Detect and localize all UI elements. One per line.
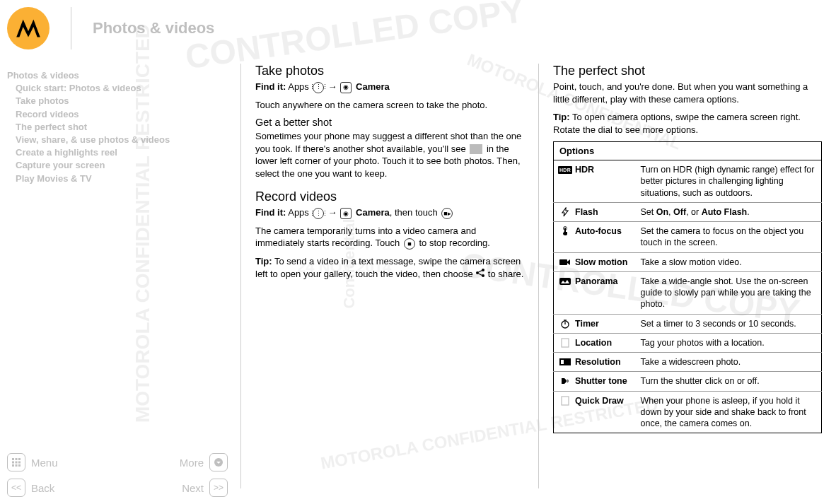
svg-point-11 [482,269,484,271]
chevron-down-circle-icon [209,453,228,471]
option-description: Take a widescreen photo. [635,353,822,372]
option-description: Tag your photos with a location. [635,333,822,352]
stop-icon: ■ [404,238,415,250]
timer-icon [559,319,571,329]
take-photos-heading: Take photos [255,64,524,78]
findit-label: Find it: [255,81,286,92]
svg-rect-24 [562,397,569,405]
motorola-logo-icon [13,13,43,43]
record-findit: Find it: Apps ⋮⋮⋮→◉ Camera, then touch ■… [255,206,524,219]
toc-item-capture[interactable]: Capture your screen [7,159,228,172]
table-of-contents: Photos & videos Quick start: Photos & vi… [7,69,228,185]
table-row: Slow motionTake a slow motion video. [554,252,822,271]
next-label: Next [182,482,204,494]
left-panel: Photos & videos Photos & videos Quick st… [0,0,240,504]
pano-icon [559,276,571,286]
option-label: Slow motion [559,257,629,268]
logo-row: Photos & videos [7,7,228,49]
table-row: Shutter toneTurn the shutter click on or… [554,372,822,391]
option-description: Set a timer to 3 seconds or 10 seconds. [635,314,822,333]
table-row: FlashSet On, Off, or Auto Flash. [554,202,822,221]
perfect-shot-heading: The perfect shot [553,64,822,78]
videocam-icon: ■▸ [441,208,453,219]
more-label: More [180,457,204,469]
svg-rect-23 [561,360,564,364]
content-column-2: The perfect shot Point, touch, and you'r… [539,0,836,504]
table-row: LocationTag your photos with a location. [554,333,822,352]
arrow-icon: → [327,81,337,92]
option-label: Quick Draw [559,395,629,406]
menu-grid-icon [7,453,25,471]
back-button[interactable]: << Back [7,479,115,497]
svg-rect-21 [562,339,569,347]
option-label: Panorama [559,276,629,287]
page-header-title: Photos & videos [71,7,214,49]
svg-rect-6 [12,464,14,467]
back-label: Back [31,482,54,494]
toc-item-take-photos[interactable]: Take photos [7,95,228,107]
record-tip: Tip: To send a video in a text message, … [255,255,524,281]
option-description: Take a slow motion video. [635,252,822,271]
location-icon [559,338,571,348]
svg-rect-16 [559,259,567,265]
toc-root[interactable]: Photos & videos [7,69,228,82]
svg-point-12 [482,274,484,277]
table-row: HDRHDRTurn on HDR (high dynamic range) e… [554,160,822,203]
toc-item-view-share[interactable]: View, share, & use photos & videos [7,134,228,146]
options-header: Options [554,142,822,160]
more-button[interactable]: More [120,453,228,471]
camera-icon: ◉ [340,208,352,219]
option-label: Shutter tone [559,375,629,387]
option-label: Resolution [559,356,629,368]
quickdraw-icon [559,396,571,406]
content-column-1: Take photos Find it: Apps ⋮⋮⋮→◉ Camera T… [241,0,538,504]
svg-rect-2 [18,458,21,460]
option-label: Location [559,337,629,348]
svg-line-13 [479,270,482,272]
menu-label: Menu [31,457,58,469]
svg-rect-17 [559,278,571,285]
menu-button[interactable]: Menu [7,453,115,471]
svg-rect-3 [12,462,14,464]
slowmo-icon [559,257,571,267]
svg-rect-7 [16,464,18,467]
toc-item-perfect-shot[interactable]: The perfect shot [7,121,228,134]
toc-item-highlights[interactable]: Create a highlights reel [7,146,228,159]
next-button[interactable]: Next >> [120,479,228,497]
option-label: HDRHDR [559,164,629,175]
table-row: PanoramaTake a wide-angle shot. Use the … [554,271,822,314]
apps-grid-icon: ⋮⋮⋮ [313,208,324,219]
option-description: Turn the shutter click on or off. [635,372,822,391]
camera-icon: ◉ [340,82,352,93]
option-description: When your phone is asleep, if you hold i… [635,391,822,433]
option-label: Flash [559,206,629,218]
option-description: Turn on HDR (high dynamic range) effect … [635,160,822,203]
better-shot-body: Sometimes your phone may suggest a diffe… [255,130,524,180]
share-icon [475,268,485,281]
table-row: ResolutionTake a widescreen photo. [554,353,822,372]
chevron-left-icon: << [7,479,25,497]
toc-item-record-videos[interactable]: Record videos [7,108,228,121]
shutter-icon [559,376,571,386]
option-description: Set On, Off, or Auto Flash. [635,202,822,221]
option-label: Auto-focus [559,225,629,237]
take-photos-body: Touch anywhere on the camera screen to t… [255,99,524,112]
record-body: The camera temporarily turns into a vide… [255,225,524,250]
table-row: TimerSet a timer to 3 seconds or 10 seco… [554,314,822,333]
touch-icon [559,226,571,236]
svg-line-14 [479,274,482,276]
perfect-shot-intro: Point, touch, and you're done. But when … [553,81,822,105]
options-table: Options HDRHDRTurn on HDR (high dynamic … [553,141,822,433]
take-photos-findit: Find it: Apps ⋮⋮⋮→◉ Camera [255,81,524,93]
resolution-icon [559,357,571,367]
svg-rect-4 [16,462,18,464]
table-row: Quick DrawWhen your phone is asleep, if … [554,391,822,433]
svg-rect-5 [18,462,21,464]
chevron-right-icon: >> [209,479,228,497]
option-description: Set the camera to focus on the object yo… [635,222,822,253]
svg-rect-8 [18,464,21,467]
toc-item-quickstart[interactable]: Quick start: Photos & videos [7,82,228,95]
svg-rect-1 [16,458,18,460]
table-row: Auto-focusSet the camera to focus on the… [554,222,822,253]
toc-item-play-movies[interactable]: Play Movies & TV [7,172,228,185]
